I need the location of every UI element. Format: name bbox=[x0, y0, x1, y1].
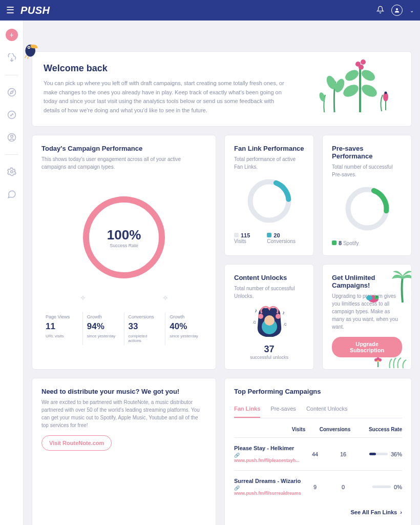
svg-point-35 bbox=[374, 295, 379, 299]
tab-content-unlocks[interactable]: Content Unlocks bbox=[306, 400, 348, 418]
card-title: Need to distribute your music? We got yo… bbox=[41, 388, 206, 395]
svg-point-17 bbox=[359, 65, 364, 70]
card-body: We are excited to be partnered with Rout… bbox=[41, 398, 206, 429]
svg-point-0 bbox=[8, 89, 15, 96]
link-icon: 🔗 bbox=[234, 453, 240, 458]
svg-point-40 bbox=[377, 360, 379, 362]
progress-bar bbox=[369, 453, 388, 455]
campaign-name: Surreal Dreams - Wizario bbox=[234, 478, 305, 484]
card-title: Top Performing Campaigns bbox=[234, 388, 402, 395]
headphones-illustration: ♪♪♫♫ bbox=[234, 304, 304, 341]
sidebar: + bbox=[0, 21, 24, 525]
stat-growth-1: Growth94%since yesterday bbox=[82, 312, 124, 345]
presave-card: Pre-saves Performance Total number of su… bbox=[322, 135, 412, 256]
campaign-url: www.push.fm/fl/pleasestayh... bbox=[234, 458, 300, 463]
palm-icon bbox=[391, 267, 412, 302]
success-rate-value: 100% bbox=[107, 227, 141, 243]
unlocks-label: successful unlocks bbox=[234, 355, 304, 360]
card-sub: Total performance of active Fan Links. bbox=[234, 155, 304, 171]
svg-point-28 bbox=[276, 314, 281, 319]
chevron-down-icon[interactable]: ⌄ bbox=[410, 8, 414, 13]
bell-icon[interactable] bbox=[376, 6, 384, 15]
welcome-body: You can pick up where you left off with … bbox=[44, 79, 284, 115]
grass-icon bbox=[388, 355, 407, 368]
compass-icon[interactable] bbox=[6, 87, 17, 98]
card-title: Pre-saves Performance bbox=[332, 145, 402, 160]
user-icon[interactable] bbox=[6, 132, 17, 143]
table-header: Visits Conversions Success Rate bbox=[234, 419, 402, 437]
svg-point-5 bbox=[10, 171, 13, 173]
legend: 115 Visits 20 Conversions bbox=[234, 232, 304, 244]
fanlink-card: Fan Link Performance Total performance o… bbox=[224, 135, 314, 256]
create-button[interactable]: + bbox=[6, 29, 18, 41]
divider bbox=[5, 75, 18, 75]
presave-donut bbox=[344, 186, 390, 232]
menu-icon[interactable]: ☰ bbox=[6, 5, 14, 16]
gear-icon[interactable] bbox=[6, 166, 17, 177]
progress-bar bbox=[372, 486, 391, 488]
svg-text:♪: ♪ bbox=[255, 308, 257, 313]
svg-text:♫: ♫ bbox=[253, 319, 256, 325]
card-title: Fan Link Performance bbox=[234, 145, 304, 152]
unlocks-card: Content Unlocks Total number of successf… bbox=[224, 264, 314, 370]
fanlink-donut bbox=[246, 178, 292, 224]
campaign-url: www.push.fm/fl/surrealdreams bbox=[234, 491, 301, 496]
stat-growth-2: Growth40%since yesterday bbox=[165, 312, 206, 345]
see-all-link[interactable]: See All Fan Links › bbox=[234, 503, 402, 515]
svg-point-24 bbox=[344, 186, 390, 232]
today-performance-card: Today's Campaign Performance This shows … bbox=[32, 135, 216, 370]
svg-point-11 bbox=[343, 68, 360, 83]
plants-illustration bbox=[314, 46, 401, 117]
svg-text:♪: ♪ bbox=[282, 310, 285, 315]
toucan-icon bbox=[24, 41, 40, 59]
unlocks-value: 37 bbox=[234, 344, 304, 355]
table-row[interactable]: Please Stay - Helkimer 🔗 www.push.fm/fl/… bbox=[234, 437, 402, 470]
svg-point-16 bbox=[361, 59, 366, 65]
svg-point-12 bbox=[360, 68, 376, 83]
visit-routenote-button[interactable]: Visit RouteNote.com bbox=[41, 435, 112, 451]
stat-page-views: Page Views11URL visits bbox=[41, 312, 82, 345]
card-sub: This shows today's user engagement acros… bbox=[41, 155, 206, 171]
campaign-name: Please Stay - Helkimer bbox=[234, 445, 305, 451]
topbar: ☰ PUSH ⌄ bbox=[0, 0, 420, 21]
svg-point-27 bbox=[258, 314, 263, 319]
svg-point-14 bbox=[360, 82, 379, 99]
svg-point-8 bbox=[28, 47, 30, 48]
svg-point-22 bbox=[246, 178, 292, 224]
distribute-card: Need to distribute your music? We got yo… bbox=[32, 378, 216, 525]
tabs: Fan Links Pre-saves Content Unlocks bbox=[234, 400, 402, 418]
cloud-download-icon[interactable] bbox=[6, 52, 17, 64]
upgrade-card: Get Unlimited Campaigns! Upgrading to pr… bbox=[322, 264, 412, 370]
chat-icon[interactable] bbox=[6, 189, 17, 200]
upgrade-button[interactable]: Upgrade Subscription bbox=[332, 337, 402, 357]
decoration: ✧✧ bbox=[41, 294, 206, 302]
success-rate-label: Success Rate bbox=[110, 243, 138, 248]
link-icon: 🔗 bbox=[234, 486, 240, 491]
table-row[interactable]: Surreal Dreams - Wizario 🔗 www.push.fm/f… bbox=[234, 470, 402, 503]
card-sub: Total number of successful Pre-saves. bbox=[332, 163, 402, 178]
brand-logo[interactable]: PUSH bbox=[20, 5, 50, 16]
svg-point-19 bbox=[385, 92, 387, 94]
tab-pre-saves[interactable]: Pre-saves bbox=[270, 400, 296, 418]
divider bbox=[5, 154, 18, 155]
svg-point-4 bbox=[10, 135, 13, 138]
svg-point-34 bbox=[366, 295, 372, 300]
main-content: Welcome back You can pick up where you l… bbox=[24, 21, 420, 525]
tab-fan-links[interactable]: Fan Links bbox=[234, 400, 260, 418]
svg-text:♫: ♫ bbox=[283, 321, 287, 327]
svg-point-26 bbox=[264, 315, 275, 326]
welcome-card: Welcome back You can pick up where you l… bbox=[32, 51, 412, 127]
activity-icon[interactable] bbox=[6, 109, 17, 120]
svg-marker-1 bbox=[10, 91, 13, 94]
avatar[interactable] bbox=[391, 5, 403, 16]
flower-icon bbox=[372, 355, 384, 367]
card-title: Today's Campaign Performance bbox=[41, 145, 206, 152]
bird-icon bbox=[362, 293, 381, 305]
card-sub: Total number of successful Unlocks. bbox=[234, 285, 304, 300]
success-rate-donut: 100% Success Rate bbox=[83, 196, 165, 278]
svg-point-36 bbox=[376, 296, 377, 297]
card-title: Content Unlocks bbox=[234, 274, 304, 281]
stat-conversions: Conversions33completed actions bbox=[124, 312, 165, 345]
mini-stats: Page Views11URL visits Growth94%since ye… bbox=[41, 312, 206, 345]
top-performing-card: Top Performing Campaigns Fan Links Pre-s… bbox=[224, 378, 412, 525]
